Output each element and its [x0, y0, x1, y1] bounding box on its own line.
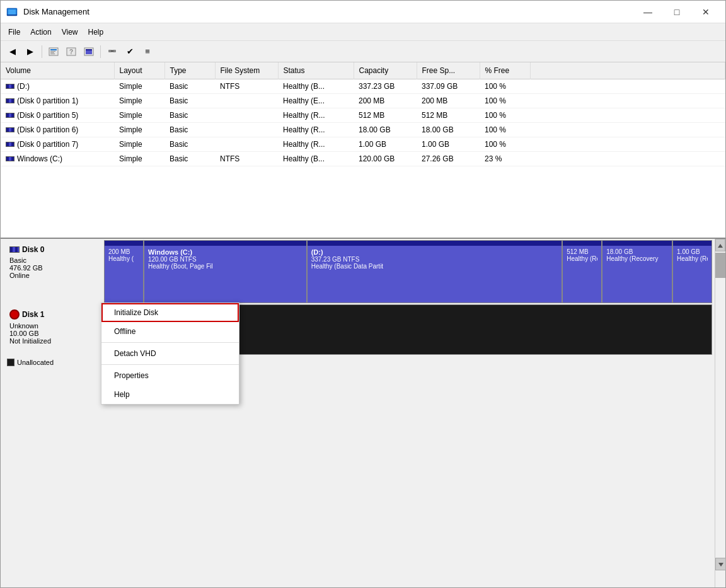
cell-layout: Simple	[114, 94, 164, 108]
partition-size: 1.00 GB	[677, 248, 708, 255]
help-button[interactable]: ?	[63, 43, 79, 60]
cell-filesystem	[215, 123, 278, 137]
scrollbar[interactable]	[715, 239, 725, 587]
partition-block[interactable]: 1.00 GB Healthy (Rec	[673, 241, 712, 303]
context-menu-item-4[interactable]: Help	[101, 385, 239, 404]
cell-capacity: 120.00 GB	[354, 152, 417, 166]
volume-icon	[6, 113, 14, 118]
cell-extra	[530, 123, 725, 137]
cell-layout: Simple	[114, 79, 164, 94]
context-menu-item-3[interactable]: Properties	[101, 366, 239, 385]
table-header-row: Volume Layout Type File System Status Ca…	[1, 62, 725, 79]
col-filesystem[interactable]: File System	[215, 62, 278, 79]
cell-pct: 23 %	[480, 152, 530, 166]
context-menu-item-2[interactable]: Detach VHD	[101, 344, 239, 363]
view-button[interactable]	[81, 43, 97, 60]
menu-action[interactable]: Action	[25, 25, 56, 39]
cell-extra	[530, 152, 725, 166]
partition-size: 337.23 GB NTFS	[311, 256, 558, 263]
connect-button[interactable]	[104, 43, 120, 60]
disk0-label: Disk 0	[22, 245, 44, 254]
disk1-type: Unknown	[9, 322, 98, 330]
cell-status: Healthy (R...	[278, 108, 354, 123]
disk1-label: Disk 1	[22, 310, 44, 319]
col-pctfree[interactable]: % Free	[480, 62, 530, 79]
svg-text:?: ?	[69, 49, 73, 55]
partition-header-bar	[673, 241, 712, 246]
table-row[interactable]: (Disk 0 partition 6) Simple Basic Health…	[1, 123, 725, 137]
menu-view[interactable]: View	[57, 25, 83, 39]
partition-block[interactable]: Windows (C:) 120.00 GB NTFS Healthy (Boo…	[144, 241, 308, 303]
menu-help[interactable]: Help	[83, 25, 109, 39]
col-free[interactable]: Free Sp...	[417, 62, 480, 79]
minimize-button[interactable]: —	[633, 1, 662, 23]
cell-volume: (Disk 0 partition 1)	[1, 94, 114, 108]
toolbar-sep-2	[100, 45, 101, 58]
partition-size: 120.00 GB NTFS	[148, 256, 302, 263]
context-menu-sep-2	[101, 364, 239, 365]
cell-filesystem: NTFS	[215, 152, 278, 166]
cell-volume: (Disk 0 partition 7)	[1, 137, 114, 152]
disk0-icon	[9, 246, 20, 253]
cell-capacity: 18.00 GB	[354, 123, 417, 137]
close-button[interactable]: ✕	[691, 1, 720, 23]
disk0-info: Disk 0 Basic 476.92 GB Online	[3, 240, 104, 303]
list-button[interactable]: ≡	[139, 43, 156, 60]
cell-status: Healthy (R...	[278, 137, 354, 152]
volume-table-container: Volume Layout Type File System Status Ca…	[1, 62, 725, 239]
col-status[interactable]: Status	[278, 62, 354, 79]
volume-table: Volume Layout Type File System Status Ca…	[1, 62, 725, 166]
col-capacity[interactable]: Capacity	[354, 62, 417, 79]
col-layout[interactable]: Layout	[114, 62, 164, 79]
partition-header-bar	[105, 241, 143, 246]
partition-block[interactable]: 200 MB Healthy (	[105, 241, 144, 303]
partition-block[interactable]: 512 MB Healthy (Re	[563, 241, 602, 303]
svg-rect-7	[50, 54, 55, 54]
maximize-button[interactable]: □	[662, 1, 691, 23]
cell-pct: 100 %	[480, 94, 530, 108]
window-controls: — □ ✕	[633, 1, 720, 23]
menu-file[interactable]: File	[3, 25, 25, 39]
cell-type: Basic	[164, 137, 215, 152]
cell-capacity: 512 MB	[354, 108, 417, 123]
table-row[interactable]: (D:) Simple Basic NTFS Healthy (B... 337…	[1, 79, 725, 94]
main-window: Disk Management — □ ✕ File Action View H…	[0, 0, 726, 588]
context-menu: Initialize DiskOfflineDetach VHDProperti…	[101, 303, 239, 405]
cell-volume: (D:)	[1, 79, 114, 94]
scrollbar-up-button[interactable]	[715, 239, 725, 251]
table-row[interactable]: (Disk 0 partition 7) Simple Basic Health…	[1, 137, 725, 152]
col-volume[interactable]: Volume	[1, 62, 114, 79]
disk0-size: 476.92 GB	[9, 264, 98, 272]
table-row[interactable]: Windows (C:) Simple Basic NTFS Healthy (…	[1, 152, 725, 166]
partition-block[interactable]: (D:) 337.23 GB NTFS Healthy (Basic Data …	[308, 241, 563, 303]
forward-button[interactable]: ▶	[22, 43, 38, 60]
back-button[interactable]: ◀	[4, 43, 21, 60]
volume-icon	[6, 142, 14, 147]
menu-bar: File Action View Help	[1, 23, 725, 41]
disk0-row: Disk 0 Basic 476.92 GB Online 200 MB Hea…	[3, 240, 712, 303]
cell-layout: Simple	[114, 123, 164, 137]
cell-pct: 100 %	[480, 108, 530, 123]
context-menu-item-1[interactable]: Offline	[101, 322, 239, 341]
svg-rect-5	[50, 51, 55, 52]
cell-free: 200 MB	[417, 94, 480, 108]
volume-icon	[6, 156, 14, 161]
cell-extra	[530, 137, 725, 152]
cell-pct: 100 %	[480, 137, 530, 152]
properties-button[interactable]	[45, 43, 62, 60]
check-button[interactable]: ✔	[122, 43, 138, 60]
partition-header-bar	[563, 241, 601, 246]
partition-block[interactable]: 18.00 GB Healthy (Recovery	[602, 241, 673, 303]
cell-status: Healthy (B...	[278, 79, 354, 94]
svg-rect-4	[50, 49, 57, 50]
svg-rect-1	[8, 9, 16, 14]
disk0-header: Disk 0	[9, 245, 98, 254]
table-row[interactable]: (Disk 0 partition 5) Simple Basic Health…	[1, 108, 725, 123]
context-menu-item-0[interactable]: Initialize Disk	[101, 303, 239, 322]
scrollbar-down-button[interactable]	[715, 558, 725, 570]
table-row[interactable]: (Disk 0 partition 1) Simple Basic Health…	[1, 94, 725, 108]
col-type[interactable]: Type	[164, 62, 215, 79]
volume-icon	[6, 84, 14, 89]
scrollbar-thumb[interactable]	[715, 253, 725, 278]
cell-type: Basic	[164, 94, 215, 108]
